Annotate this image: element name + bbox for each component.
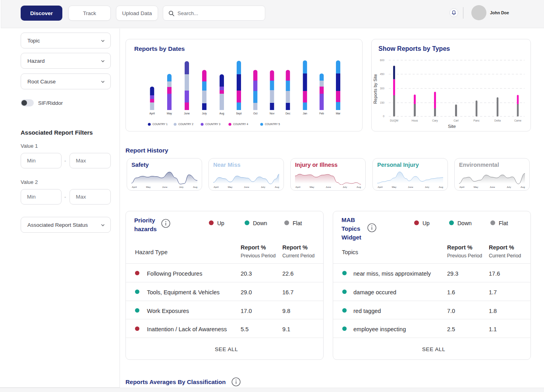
svg-text:April: April <box>149 112 155 115</box>
svg-text:Sept: Sept <box>236 112 242 115</box>
svg-text:Aug: Aug <box>193 185 198 188</box>
svg-text:May: May <box>392 185 397 188</box>
svg-text:COUNTRY 4: COUNTRY 4 <box>233 123 248 126</box>
svg-text:Cary: Cary <box>432 119 438 122</box>
svg-text:July: July <box>261 185 266 188</box>
svg-text:Nov: Nov <box>270 112 275 115</box>
svg-text:April: April <box>295 185 300 188</box>
svg-text:COUNTRY 5: COUNTRY 5 <box>265 123 280 126</box>
svg-text:300: 300 <box>380 87 385 90</box>
svg-text:June: June <box>162 185 168 188</box>
svg-text:600: 600 <box>380 59 385 62</box>
svg-text:Oct: Oct <box>253 112 258 115</box>
svg-text:Hous: Hous <box>412 119 418 122</box>
svg-text:April: April <box>459 185 464 188</box>
svg-text:July: July <box>179 185 184 188</box>
svg-text:April: April <box>378 185 382 188</box>
svg-text:Aug: Aug <box>219 112 224 115</box>
svg-text:Mar: Mar <box>336 112 341 115</box>
svg-text:150: 150 <box>380 101 385 104</box>
svg-text:Aug: Aug <box>275 185 280 188</box>
svg-text:Aug: Aug <box>439 185 444 188</box>
svg-text:Came: Came <box>514 119 521 122</box>
svg-text:May: May <box>146 185 151 188</box>
svg-text:DUQM: DUQM <box>390 119 398 122</box>
svg-text:Feb: Feb <box>319 112 324 115</box>
svg-text:Dec: Dec <box>286 112 291 115</box>
svg-text:June: June <box>326 185 331 188</box>
svg-text:April: April <box>214 185 218 188</box>
svg-text:June: June <box>244 185 249 188</box>
svg-text:Delta: Delta <box>494 119 501 122</box>
svg-text:COUNTRY 2: COUNTRY 2 <box>178 123 193 126</box>
svg-text:Carl: Carl <box>453 119 459 122</box>
svg-text:June: June <box>184 112 190 115</box>
svg-text:COUNTRY 3: COUNTRY 3 <box>205 123 220 126</box>
svg-text:July: July <box>507 185 511 188</box>
svg-text:April: April <box>132 185 137 188</box>
svg-text:Panc: Panc <box>473 119 480 122</box>
svg-text:June: June <box>490 185 495 188</box>
svg-text:July: July <box>343 185 347 188</box>
svg-text:May: May <box>167 112 172 115</box>
svg-text:Jan: Jan <box>303 112 307 115</box>
svg-text:Aug: Aug <box>357 185 361 188</box>
svg-text:Reports by Site: Reports by Site <box>373 74 378 104</box>
svg-text:July: July <box>202 112 207 115</box>
svg-text:May: May <box>474 185 479 188</box>
svg-text:COUNTRY 1: COUNTRY 1 <box>152 123 168 126</box>
svg-text:0: 0 <box>383 115 384 118</box>
svg-text:Site: Site <box>448 124 456 129</box>
svg-text:450: 450 <box>380 73 385 75</box>
svg-text:May: May <box>310 185 315 188</box>
svg-text:June: June <box>408 185 413 188</box>
svg-text:July: July <box>425 185 430 188</box>
svg-text:May: May <box>228 185 233 188</box>
svg-text:Aug: Aug <box>521 185 525 188</box>
